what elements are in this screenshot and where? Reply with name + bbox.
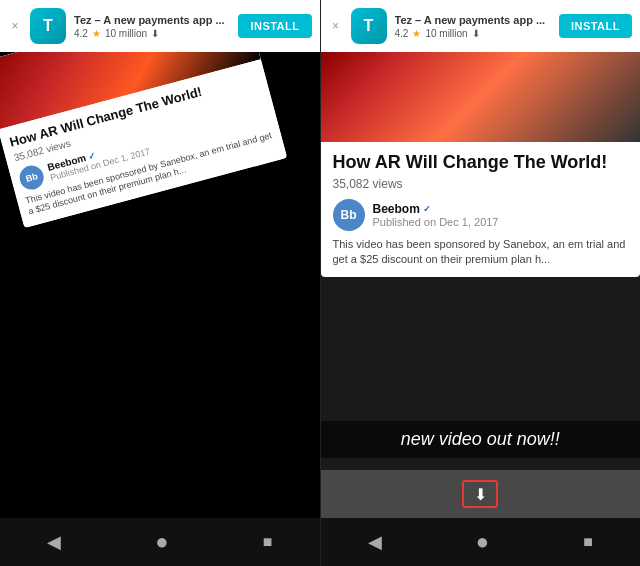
right-channel-info: Beebom ✓ Published on Dec 1, 2017	[373, 202, 499, 228]
right-install-button[interactable]: INSTALL	[559, 14, 632, 38]
left-recent-button[interactable]: ■	[263, 533, 273, 551]
right-card-description: This video has been sponsored by Sanebox…	[333, 237, 629, 268]
left-ad-title: Tez – A new payments app ...	[74, 14, 230, 26]
right-card-body: How AR Will Change The World! 35,082 vie…	[321, 142, 641, 277]
right-channel-row: Bb Beebom ✓ Published on Dec 1, 2017	[333, 199, 629, 231]
right-screen-panel: × T Tez – A new payments app ... 4.2 ★ 1…	[321, 0, 641, 518]
left-channel-avatar: Bb	[17, 162, 46, 191]
right-ad-rating: 4.2	[395, 28, 409, 39]
left-ad-close-button[interactable]: ×	[8, 19, 22, 33]
right-ad-close-button[interactable]: ×	[329, 19, 343, 33]
left-ad-app-icon: T	[30, 8, 66, 44]
left-ad-downloads: 10 million	[105, 28, 147, 39]
left-ad-rating: 4.2	[74, 28, 88, 39]
left-ad-info: Tez – A new payments app ... 4.2 ★ 10 mi…	[74, 14, 230, 39]
left-back-button[interactable]: ◀	[47, 531, 61, 553]
right-ad-download-icon: ⬇	[472, 28, 480, 39]
right-ad-app-icon: T	[351, 8, 387, 44]
right-card-views: 35,082 views	[333, 177, 629, 191]
right-ad-banner: × T Tez – A new payments app ... 4.2 ★ 1…	[321, 0, 641, 52]
right-content-area: How AR Will Change The World! 35,082 vie…	[321, 52, 641, 518]
left-nav-half: ◀ ● ■	[0, 518, 321, 566]
right-back-button[interactable]: ◀	[368, 531, 382, 553]
right-channel-avatar: Bb	[333, 199, 365, 231]
right-ad-star-icon: ★	[412, 28, 421, 39]
left-screen-panel: × T Tez – A new payments app ... 4.2 ★ 1…	[0, 0, 321, 518]
right-video-card: How AR Will Change The World! 35,082 vie…	[321, 52, 641, 277]
caption-overlay: new video out now!!	[321, 421, 641, 458]
right-nav-half: ◀ ● ■	[321, 518, 641, 566]
left-home-button[interactable]: ●	[155, 529, 168, 555]
left-ad-meta: 4.2 ★ 10 million ⬇	[74, 28, 230, 39]
right-channel-name: Beebom ✓	[373, 202, 499, 216]
navigation-bar: ◀ ● ■ ◀ ● ■	[0, 518, 640, 566]
right-verified-icon: ✓	[423, 204, 431, 214]
left-content-area: How AR Will Change The World! 35,082 vie…	[0, 52, 320, 518]
right-ad-meta: 4.2 ★ 10 million ⬇	[395, 28, 551, 39]
right-home-button[interactable]: ●	[476, 529, 489, 555]
right-ad-title: Tez – A new payments app ...	[395, 14, 551, 26]
right-recent-button[interactable]: ■	[583, 533, 593, 551]
left-install-button[interactable]: INSTALL	[238, 14, 311, 38]
right-ad-info: Tez – A new payments app ... 4.2 ★ 10 mi…	[395, 14, 551, 39]
left-ad-banner: × T Tez – A new payments app ... 4.2 ★ 1…	[0, 0, 320, 52]
download-button[interactable]: ⬇	[462, 480, 498, 508]
left-video-card: How AR Will Change The World! 35,082 vie…	[0, 52, 287, 228]
right-ad-downloads: 10 million	[425, 28, 467, 39]
right-publish-date: Published on Dec 1, 2017	[373, 216, 499, 228]
download-bar: ⬇	[321, 470, 641, 518]
right-card-thumbnail	[321, 52, 641, 142]
screens-container: × T Tez – A new payments app ... 4.2 ★ 1…	[0, 0, 640, 518]
right-card-title: How AR Will Change The World!	[333, 152, 629, 174]
left-ad-download-icon: ⬇	[151, 28, 159, 39]
left-ad-star-icon: ★	[92, 28, 101, 39]
caption-text: new video out now!!	[401, 429, 560, 449]
download-arrow-icon: ⬇	[474, 485, 487, 504]
